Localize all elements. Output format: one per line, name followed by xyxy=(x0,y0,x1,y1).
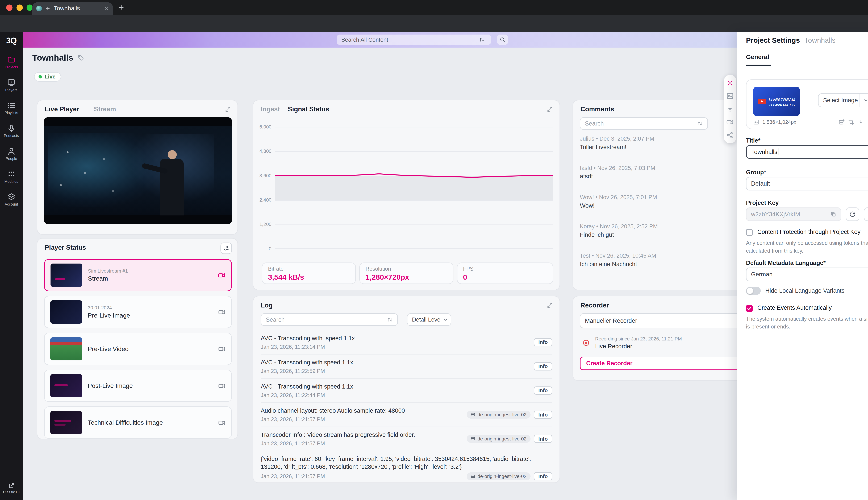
sidebar-item-account[interactable]: Account xyxy=(0,193,23,206)
comment-message: afsdf xyxy=(580,173,752,180)
refresh-icon xyxy=(849,211,856,217)
tab-close-icon[interactable] xyxy=(104,6,109,11)
player-status-item-technical-difficulties[interactable]: Technical Difficulties Image xyxy=(44,407,232,439)
window-minimize-button[interactable] xyxy=(16,4,23,11)
crop-icon[interactable] xyxy=(848,119,854,125)
comment-meta: Koray • Nov 26, 2025, 2:52 PM xyxy=(580,223,752,230)
download-icon[interactable] xyxy=(858,119,864,125)
player-status-item-stream[interactable]: Sim Livestream #1 Stream xyxy=(44,259,232,291)
stat-value: 1,280×720px xyxy=(366,273,447,282)
global-search-input[interactable] xyxy=(337,35,491,45)
global-search-button[interactable] xyxy=(497,35,508,45)
group-select[interactable]: Default xyxy=(746,177,868,191)
sidebar-item-podcasts[interactable]: Podcasts xyxy=(0,124,23,138)
app-logo[interactable]: 3Q xyxy=(6,36,16,45)
comments-search-input[interactable] xyxy=(580,117,708,130)
hide-variants-label: Hide Local Language Variants xyxy=(765,287,845,294)
video-particle xyxy=(60,184,62,186)
live-player-expand-icon[interactable] xyxy=(225,106,231,112)
project-image-thumbnail[interactable]: LIVESTREAM TOWNHALLS xyxy=(753,87,800,116)
player-status-item-pre-live-video[interactable]: Pre-Live Video xyxy=(44,333,232,365)
player-status-item-post-live-image[interactable]: Post-Live Image xyxy=(44,370,232,402)
log-level-badge: Info xyxy=(534,472,552,480)
tab-general[interactable]: General xyxy=(746,53,769,60)
project-key-label: Project Key xyxy=(746,200,779,206)
podcasts-mic-icon xyxy=(7,124,16,133)
live-player-tab-stream[interactable]: Stream xyxy=(94,105,116,113)
log-expand-icon[interactable] xyxy=(547,303,553,308)
detail-level-select[interactable]: Detail Level xyxy=(407,314,451,326)
live-video-frame[interactable] xyxy=(44,117,232,224)
log-search-input[interactable] xyxy=(261,314,398,326)
log-row: AVC - Transcoding with speed 1.1xJan 23,… xyxy=(261,330,552,354)
video-camera-icon xyxy=(218,419,226,426)
signal-status-expand-icon[interactable] xyxy=(547,106,553,112)
image-tool-icon[interactable] xyxy=(726,92,734,100)
create-recorder-button[interactable]: Create Recorder xyxy=(580,356,753,370)
player-status-title: Player Status xyxy=(45,244,86,251)
item-meta: 30.01.2024 xyxy=(88,305,130,310)
comment: Test • Nov 26, 2025, 10:45 AMIch bin ein… xyxy=(580,252,752,268)
log-level-badge: Info xyxy=(534,338,552,346)
recording-item[interactable]: Recording since Jan 23, 2026, 11:21 PM L… xyxy=(582,336,682,350)
thumb-text: TOWNHALLS xyxy=(768,103,795,107)
hide-variants-toggle[interactable] xyxy=(746,287,761,295)
sidebar-item-players[interactable]: Players xyxy=(0,78,23,92)
thumbnail xyxy=(50,263,82,287)
video-particle xyxy=(103,158,105,160)
tab-audio-icon[interactable] xyxy=(45,6,50,11)
y-tick: 1,200 xyxy=(255,221,271,227)
group-label: Group* xyxy=(746,169,766,176)
metadata-language-label: Default Metadata Language* xyxy=(746,260,826,266)
sidebar-item-playlists[interactable]: Playlists xyxy=(0,101,23,115)
copy-icon[interactable] xyxy=(831,212,836,217)
metadata-language-select[interactable]: German xyxy=(746,268,868,281)
select-image-button[interactable]: Select Image xyxy=(818,93,868,107)
sidebar-item-modules[interactable]: Modules xyxy=(0,170,23,183)
project-tag-icon[interactable] xyxy=(78,55,84,61)
regenerate-key-button[interactable] xyxy=(846,207,859,221)
window-close-button[interactable] xyxy=(6,4,12,11)
log-timestamp: Jan 23, 2026, 11:23:14 PM xyxy=(261,344,528,350)
video-tool-icon[interactable] xyxy=(726,118,734,126)
browser-tab[interactable]: Townhalls xyxy=(32,2,113,15)
player-status-item-pre-live-image[interactable]: 30.01.2024 Pre-Live Image xyxy=(44,296,232,328)
thumb-text: LIVESTREAM xyxy=(768,98,795,102)
classic-ui-link[interactable]: Classic UI xyxy=(3,482,20,495)
sidebar-item-people[interactable]: People xyxy=(0,147,23,161)
signal-chart xyxy=(275,127,553,249)
title-input[interactable]: Townhalls xyxy=(746,145,868,159)
window-zoom-button[interactable] xyxy=(26,4,33,11)
new-tab-button[interactable] xyxy=(118,4,125,11)
panel-subtitle: Townhalls xyxy=(804,36,835,44)
comments-title: Comments xyxy=(580,105,614,113)
y-tick: 4,800 xyxy=(255,148,271,154)
log-row: Transcoder Info : Video stream has progr… xyxy=(261,427,552,451)
recorder-select[interactable]: Manueller Recorder xyxy=(580,314,753,328)
log-row: Audio channel layout: stereo Audio sampl… xyxy=(261,403,552,427)
item-label: Pre-Live Image xyxy=(88,312,130,319)
stat-label: FPS xyxy=(463,266,547,272)
player-status-options-button[interactable] xyxy=(220,242,232,254)
broadcast-tool-icon[interactable] xyxy=(726,105,734,113)
project-settings-panel: Project Settings Townhalls General LIVES… xyxy=(737,32,868,500)
auto-events-checkbox[interactable] xyxy=(746,305,753,312)
player-status-card: Player Status Sim Livestream #1 Stream 3… xyxy=(37,238,238,439)
item-label: Stream xyxy=(88,275,128,282)
stat-resolution: Resolution 1,280×720px xyxy=(359,262,454,284)
account-layers-icon xyxy=(7,193,16,201)
log-message: AVC - Transcoding with speed 1.1x xyxy=(261,359,528,366)
share-tool-icon[interactable] xyxy=(726,132,734,139)
text-caret xyxy=(778,148,778,155)
sidebar-item-projects[interactable]: Projects xyxy=(0,55,23,69)
signal-tab-ingest[interactable]: Ingest xyxy=(261,105,280,113)
content-protection-checkbox[interactable] xyxy=(746,229,753,236)
project-key-input[interactable]: w2zbY34KXjVrkfM xyxy=(746,207,841,221)
delete-icon[interactable] xyxy=(867,119,868,125)
settings-gear-icon[interactable] xyxy=(726,79,734,87)
edit-key-button[interactable] xyxy=(864,207,868,221)
content-protection-label: Content Protection through Project Key xyxy=(757,228,860,235)
comment-meta: Wow! • Nov 26, 2025, 7:01 PM xyxy=(580,194,752,201)
add-image-icon[interactable] xyxy=(838,119,845,125)
log-message: Audio channel layout: stereo Audio sampl… xyxy=(261,407,461,414)
